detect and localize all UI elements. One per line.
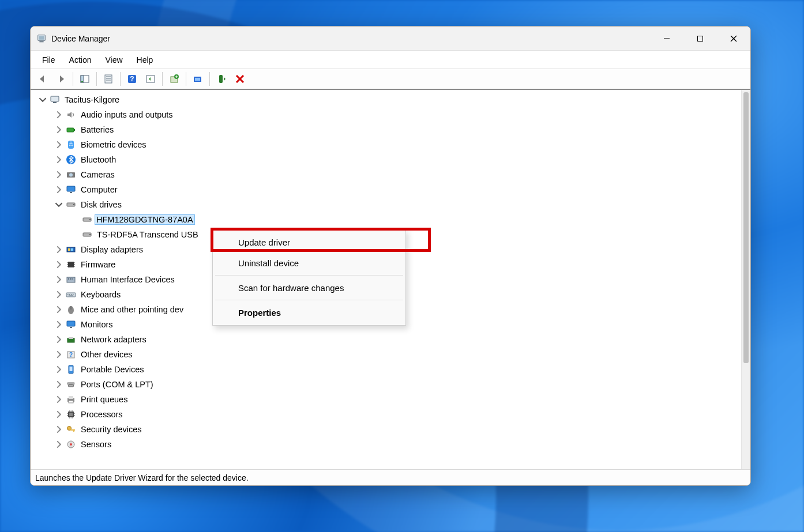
tree-category-sensors[interactable]: Sensors: [35, 437, 741, 452]
svg-rect-50: [67, 277, 75, 282]
tree-label: Audio inputs and outputs: [80, 110, 174, 119]
disable-device-button[interactable]: [231, 71, 249, 87]
menu-help[interactable]: Help: [131, 54, 159, 66]
tree-label: Disk drives: [80, 200, 122, 209]
mouse-icon: [65, 304, 77, 315]
ctx-update-driver[interactable]: Update driver: [213, 232, 405, 252]
chevron-right-icon[interactable]: [55, 141, 63, 149]
svg-point-37: [89, 219, 91, 220]
svg-rect-41: [68, 248, 70, 251]
menu-file[interactable]: File: [36, 54, 61, 66]
chevron-right-icon[interactable]: [55, 335, 63, 344]
minimize-button[interactable]: [650, 27, 683, 51]
svg-rect-62: [67, 321, 75, 326]
disk-drive-icon: [81, 214, 93, 225]
monitor-icon: [65, 319, 77, 330]
tree-label: Ports (COM & LPT): [80, 380, 154, 389]
scan-hardware-button[interactable]: [142, 71, 159, 87]
context-menu: Update driver Uninstall device Scan for …: [212, 229, 406, 326]
tree-label: Sensors: [80, 440, 112, 449]
menu-view[interactable]: View: [99, 54, 128, 66]
svg-rect-9: [81, 81, 83, 82]
chevron-right-icon[interactable]: [55, 276, 63, 284]
tree-category-ports[interactable]: Ports (COM & LPT): [35, 377, 741, 392]
tree-category-audio[interactable]: Audio inputs and outputs: [35, 107, 741, 122]
chevron-right-icon[interactable]: [55, 410, 63, 418]
tree-category-print-queues[interactable]: Print queues: [35, 392, 741, 407]
maximize-button[interactable]: [683, 27, 717, 51]
computer-icon: [49, 94, 61, 105]
tree-category-disk-drives[interactable]: Disk drives: [35, 197, 741, 212]
tree-label: TS-RDF5A Transcend USB: [96, 230, 199, 239]
svg-rect-65: [69, 337, 73, 339]
svg-rect-52: [70, 278, 71, 280]
help-button[interactable]: ?: [123, 71, 141, 87]
chevron-right-icon[interactable]: [55, 305, 63, 314]
tree-category-other[interactable]: ? Other devices: [35, 347, 741, 362]
close-button[interactable]: [717, 27, 750, 51]
update-driver-button[interactable]: [166, 71, 183, 87]
tree-category-security[interactable]: Security devices: [35, 422, 741, 437]
tree-root[interactable]: Tacitus-Kilgore: [35, 92, 741, 107]
svg-rect-63: [70, 327, 72, 328]
portable-device-icon: [65, 364, 77, 375]
svg-rect-53: [72, 278, 73, 280]
menu-action[interactable]: Action: [63, 54, 97, 66]
chevron-right-icon[interactable]: [55, 350, 63, 359]
ctx-scan-hardware[interactable]: Scan for hardware changes: [213, 277, 405, 298]
ctx-properties[interactable]: Properties: [213, 302, 405, 323]
chevron-right-icon[interactable]: [55, 126, 63, 134]
vertical-scrollbar[interactable]: [741, 90, 750, 469]
tree-category-biometric[interactable]: Biometric devices: [35, 137, 741, 152]
properties-button[interactable]: [100, 71, 117, 87]
keyboard-icon: [65, 289, 77, 300]
chevron-right-icon[interactable]: [55, 156, 63, 164]
forward-button[interactable]: [52, 71, 70, 87]
chevron-right-icon[interactable]: [55, 246, 63, 254]
chevron-right-icon[interactable]: [55, 111, 63, 119]
back-button[interactable]: [34, 71, 51, 87]
tree-category-network[interactable]: Network adapters: [35, 332, 741, 347]
disk-drive-icon: [81, 229, 93, 240]
chevron-right-icon[interactable]: [55, 186, 63, 194]
titlebar[interactable]: Device Manager: [31, 27, 750, 51]
chevron-down-icon[interactable]: [55, 201, 63, 209]
chevron-right-icon[interactable]: [55, 320, 63, 329]
svg-rect-64: [67, 338, 74, 342]
chevron-right-icon[interactable]: [55, 395, 63, 403]
fingerprint-icon: [65, 139, 77, 150]
tree-category-portable[interactable]: Portable Devices: [35, 362, 741, 377]
chevron-right-icon[interactable]: [55, 261, 63, 269]
chevron-right-icon[interactable]: [55, 425, 63, 433]
svg-rect-43: [68, 262, 74, 267]
show-hide-tree-button[interactable]: [76, 71, 93, 87]
tree-label: Keyboards: [80, 290, 121, 299]
tree-label: Biometric devices: [80, 140, 147, 149]
camera-icon: [65, 169, 77, 180]
chevron-right-icon[interactable]: [55, 365, 63, 373]
uninstall-device-button[interactable]: [189, 71, 206, 87]
menubar: File Action View Help: [31, 51, 750, 69]
toolbar-separator: [186, 72, 186, 86]
chevron-right-icon[interactable]: [55, 290, 63, 299]
chevron-right-icon[interactable]: [55, 171, 63, 179]
ctx-uninstall-device[interactable]: Uninstall device: [213, 252, 405, 273]
tree-category-computer[interactable]: Computer: [35, 182, 741, 197]
tree-item-disk-a[interactable]: HFM128GDGTNG-87A0A: [35, 212, 741, 227]
tree-category-processors[interactable]: Processors: [35, 407, 741, 422]
toolbar-separator: [96, 72, 97, 86]
chevron-right-icon[interactable]: [55, 440, 63, 448]
svg-point-71: [70, 384, 72, 385]
tree-label: Network adapters: [80, 335, 147, 344]
tree-category-bluetooth[interactable]: Bluetooth: [35, 152, 741, 167]
svg-text:?: ?: [130, 75, 134, 83]
svg-point-39: [89, 234, 91, 235]
cpu-icon: [65, 409, 77, 420]
chevron-right-icon[interactable]: [55, 380, 63, 388]
svg-point-35: [73, 204, 74, 205]
ctx-label: Scan for hardware changes: [238, 283, 344, 293]
enable-device-button[interactable]: [213, 71, 230, 87]
tree-category-batteries[interactable]: Batteries: [35, 122, 741, 137]
chevron-down-icon[interactable]: [39, 96, 47, 104]
tree-category-cameras[interactable]: Cameras: [35, 167, 741, 182]
